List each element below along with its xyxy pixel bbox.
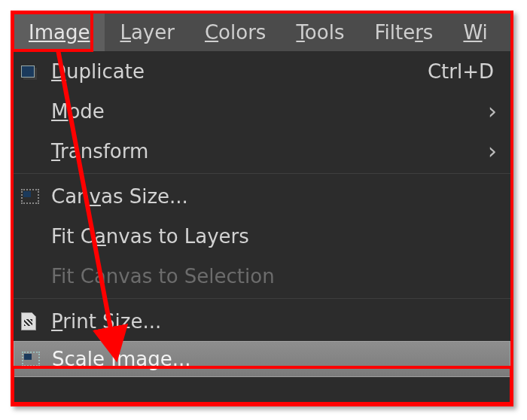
menu-item-label: Print Size... — [51, 310, 161, 333]
menu-layer-label: Layer — [120, 21, 175, 44]
menu-item-fit-canvas-layers[interactable]: Fit Canvas to Layers — [14, 216, 510, 256]
menu-item-label: Mode — [51, 100, 105, 123]
menu-separator — [14, 173, 510, 174]
scale-icon — [22, 352, 52, 367]
menu-item-label: Duplicate — [51, 60, 145, 83]
menu-item-scale-image[interactable]: Scale Image... — [14, 341, 510, 377]
menu-item-fit-canvas-selection: Fit Canvas to Selection — [14, 256, 510, 296]
menu-item-shortcut: Ctrl+D — [428, 60, 510, 83]
menu-filters-label: Filters — [374, 21, 433, 44]
menu-colors-label: Colors — [205, 21, 266, 44]
menu-item-label: Fit Canvas to Layers — [51, 225, 249, 248]
menu-windows-label: Wi — [463, 21, 487, 44]
chevron-right-icon: › — [488, 98, 510, 124]
menu-tools[interactable]: Tools — [281, 14, 359, 51]
menu-item-canvas-size[interactable]: Canvas Size... — [14, 176, 510, 216]
print-icon — [21, 312, 51, 330]
canvas-icon — [21, 189, 51, 204]
menu-tools-label: Tools — [296, 21, 344, 44]
menu-item-duplicate[interactable]: Duplicate Ctrl+D — [14, 51, 510, 91]
menu-filters[interactable]: Filters — [359, 14, 448, 51]
menu-item-label: Scale Image... — [52, 348, 190, 370]
menu-colors[interactable]: Colors — [190, 14, 281, 51]
menu-image[interactable]: Image — [14, 14, 105, 51]
menu-item-label: Canvas Size... — [51, 185, 188, 208]
menu-windows[interactable]: Wi — [448, 14, 504, 51]
menu-bar: Image Layer Colors Tools Filters Wi — [14, 14, 510, 51]
menu-item-print-size[interactable]: Print Size... — [14, 301, 510, 341]
menu-item-label: Transform — [51, 140, 148, 163]
menu-item-mode[interactable]: Mode › — [14, 91, 510, 131]
screenshot-frame: Image Layer Colors Tools Filters Wi Dupl… — [11, 11, 513, 406]
image-menu-dropdown: Duplicate Ctrl+D Mode › Transform › Canv… — [14, 51, 510, 403]
menu-item-label: Fit Canvas to Selection — [51, 265, 275, 288]
duplicate-icon — [21, 65, 51, 78]
menu-layer[interactable]: Layer — [105, 14, 190, 51]
menu-separator — [14, 298, 510, 299]
chevron-right-icon: › — [488, 138, 510, 164]
menu-item-transform[interactable]: Transform › — [14, 131, 510, 171]
